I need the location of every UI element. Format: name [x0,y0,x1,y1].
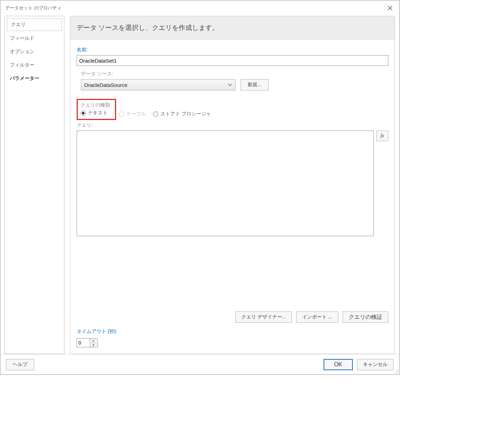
window-title: データセット のプロパティ [5,5,62,11]
name-input[interactable] [77,55,388,66]
svg-point-5 [395,373,395,373]
import-button[interactable]: インポート ... [296,311,338,323]
cancel-button[interactable]: キャンセル [357,359,394,370]
timeout-up-button[interactable]: ▲ [90,339,97,343]
sidebar-item-options[interactable]: オプション [5,45,64,58]
datasource-select[interactable]: OracleDataSource [81,79,236,90]
query-type-text-label: テキスト [88,110,108,116]
validate-query-button[interactable]: クエリの検証 [343,311,388,323]
close-button[interactable] [385,3,395,13]
titlebar: データセット のプロパティ [0,0,399,16]
name-label: 名前: [77,47,388,53]
timeout-spinner[interactable]: ▲ ▼ [77,338,98,347]
sidebar-item-fields[interactable]: フィールド [5,32,64,45]
help-button[interactable]: ヘルプ [6,359,34,370]
query-type-sproc-radio[interactable]: ストアド プロシージャ [153,111,211,117]
query-type-table-radio: テーブル [119,111,146,117]
sidebar: クエリ フィールド オプション フィルター パラメーター [5,16,64,354]
resize-grip[interactable] [394,370,399,374]
svg-point-3 [396,371,397,372]
resize-grip-icon [394,370,399,374]
close-icon [388,6,393,11]
datasource-label: データ ソース: [81,71,388,77]
query-type-sproc-label: ストアド プロシージャ [160,111,211,117]
expression-button[interactable]: fx [376,131,388,141]
ok-button[interactable]: OK [324,359,353,370]
timeout-label: タイムアウト (秒): [77,328,388,335]
query-textarea[interactable] [77,131,374,236]
footer: ヘルプ OK キャンセル [0,354,399,374]
svg-point-4 [397,371,398,372]
svg-point-7 [397,373,398,373]
query-type-text-radio[interactable]: テキスト [81,110,108,116]
query-label: クエリ: [77,122,388,128]
new-datasource-button[interactable]: 新規... [241,79,269,90]
main-heading: データ ソースを選択し、クエリを作成します。 [70,16,395,40]
sidebar-item-query[interactable]: クエリ [7,18,62,31]
query-designer-button[interactable]: クエリ デザイナー... [235,311,292,323]
timeout-down-button[interactable]: ▼ [90,343,97,347]
chevron-down-icon [228,82,232,87]
query-type-table-label: テーブル [126,111,146,117]
fx-icon: fx [381,133,384,139]
query-type-highlight: クエリの種類: テキスト [77,99,116,120]
sidebar-item-parameters[interactable]: パラメーター [5,72,64,85]
svg-point-6 [396,373,397,373]
timeout-input[interactable] [77,339,90,347]
sidebar-item-filters[interactable]: フィルター [5,58,64,72]
main-panel: データ ソースを選択し、クエリを作成します。 名前: データ ソース: Orac… [70,16,395,354]
query-type-label: クエリの種類: [81,102,111,108]
svg-point-2 [397,370,398,371]
datasource-value: OracleDataSource [84,82,127,88]
